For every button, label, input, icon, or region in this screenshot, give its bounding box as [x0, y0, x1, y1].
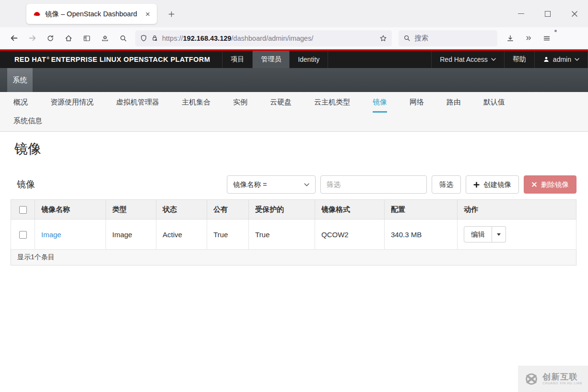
tab-project[interactable]: 项目: [222, 51, 252, 68]
chevron-down-icon: [575, 58, 579, 61]
tab-images[interactable]: 镜像: [373, 92, 387, 113]
hamburger-menu-icon[interactable]: [539, 31, 555, 46]
download-icon[interactable]: [502, 31, 518, 46]
help-label: 帮助: [513, 55, 526, 64]
window-controls: [507, 0, 588, 27]
brand-name: RED HAT: [14, 56, 46, 63]
tab-system[interactable]: 系统: [7, 68, 33, 92]
cell-status: Active: [156, 219, 207, 250]
row-select-cell: [11, 219, 35, 250]
user-menu[interactable]: admin: [534, 51, 588, 68]
redhat-access-menu[interactable]: Red Hat Access: [431, 51, 504, 68]
watermark-text: 创新互联 CHUANG XIN HU LIAN: [542, 373, 582, 385]
maximize-icon[interactable]: [534, 4, 561, 23]
watermark-subtitle: CHUANG XIN HU LIAN: [542, 381, 582, 385]
filter-controls: 镜像名称 = 筛选 创建镜像 删除镜像: [227, 175, 576, 194]
back-icon[interactable]: [6, 31, 22, 46]
help-menu[interactable]: 帮助: [504, 51, 534, 68]
brand-rest: ENTERPRISE LINUX OPENSTACK PLATFORM: [51, 56, 210, 63]
header-actions: 动作: [458, 200, 576, 219]
watermark-title: 创新互联: [542, 373, 582, 382]
table-toolbar: 镜像 镜像名称 = 筛选 创建镜像 删除镜像: [17, 175, 576, 194]
username-label: admin: [553, 56, 571, 63]
bookmark-star-icon[interactable]: [379, 35, 387, 42]
search-placeholder: 搜索: [414, 34, 428, 43]
row-checkbox[interactable]: [19, 231, 27, 239]
browser-tab[interactable]: 镜像 – OpenStack Dashboard ×: [26, 4, 157, 24]
tab-hypervisors[interactable]: 虚拟机管理器: [116, 92, 159, 113]
overflow-chevrons-icon[interactable]: [520, 31, 537, 46]
row-action-group: 编辑: [464, 226, 506, 242]
cell-public: True: [207, 219, 249, 250]
tab-resource-usage[interactable]: 资源使用情况: [50, 92, 94, 113]
header-type[interactable]: 类型: [106, 200, 156, 219]
row-count-label: 显示1个条目: [11, 250, 576, 265]
tab-close-icon[interactable]: ×: [143, 9, 152, 19]
header-format[interactable]: 镜像格式: [315, 200, 385, 219]
plus-icon: [473, 182, 480, 188]
tab-defaults[interactable]: 默认值: [483, 92, 505, 113]
filter-field-select[interactable]: 镜像名称 =: [227, 175, 316, 194]
osp-subheader: 系统: [0, 68, 588, 92]
images-table: 镜像名称 类型 状态 公有 受保护的 镜像格式 配置 动作 Image Imag…: [11, 199, 576, 265]
header-protected[interactable]: 受保护的: [249, 200, 315, 219]
new-tab-button[interactable]: [164, 7, 178, 21]
tab-host-aggregates[interactable]: 主机集合: [182, 92, 211, 113]
header-status[interactable]: 状态: [156, 200, 207, 219]
shield-icon[interactable]: [140, 35, 147, 42]
close-window-icon[interactable]: [561, 4, 588, 23]
url-host: 192.168.43.129: [183, 35, 232, 42]
create-image-button[interactable]: 创建镜像: [466, 175, 519, 194]
osp-header: RED HAT® ENTERPRISE LINUX OPENSTACK PLAT…: [0, 51, 588, 68]
osp-context-tabs: 项目 管理员 Identity: [222, 51, 328, 68]
search-icon[interactable]: [115, 31, 131, 46]
tab-flavors[interactable]: 云主机类型: [314, 92, 350, 113]
forward-icon[interactable]: [24, 31, 40, 46]
filter-field-value: 镜像名称 =: [233, 180, 304, 189]
tab-admin[interactable]: 管理员: [252, 51, 289, 68]
select-all-cell: [11, 200, 35, 219]
header-public[interactable]: 公有: [207, 200, 249, 219]
filter-button[interactable]: 筛选: [432, 175, 461, 194]
osp-header-right: Red Hat Access 帮助 admin: [431, 51, 588, 68]
section-title: 镜像: [17, 178, 35, 191]
search-magnifier-icon: [403, 35, 411, 42]
tab-identity[interactable]: Identity: [289, 51, 328, 68]
filter-input[interactable]: [320, 175, 427, 194]
chevron-down-icon: [304, 183, 309, 186]
padlock-warning-icon[interactable]: [151, 35, 158, 42]
image-link[interactable]: Image: [41, 231, 61, 239]
url-text: https://192.168.43.129/dashboard/admin/i…: [162, 35, 376, 42]
tab-volumes[interactable]: 云硬盘: [270, 92, 292, 113]
cell-type: Image: [106, 219, 156, 250]
cell-actions: 编辑: [458, 219, 576, 250]
tab-instances[interactable]: 实例: [233, 92, 247, 113]
header-name[interactable]: 镜像名称: [35, 200, 106, 219]
sidebar-icon[interactable]: [79, 31, 95, 46]
minimize-icon[interactable]: [507, 4, 534, 23]
redhat-favicon-icon: [33, 10, 41, 18]
edit-dropdown-toggle[interactable]: [492, 226, 506, 242]
edit-button[interactable]: 编辑: [464, 226, 492, 242]
tab-title: 镜像 – OpenStack Dashboard: [45, 10, 143, 19]
chevron-down-icon: [491, 58, 496, 61]
delete-image-button[interactable]: 删除镜像: [524, 175, 576, 194]
tab-overview[interactable]: 概况: [13, 92, 28, 113]
tab-routers[interactable]: 路由: [447, 92, 461, 113]
reload-icon[interactable]: [42, 31, 59, 46]
cell-protected: True: [249, 219, 315, 250]
search-field[interactable]: 搜索: [399, 30, 497, 46]
header-size[interactable]: 配置: [385, 200, 458, 219]
cell-format: QCOW2: [315, 219, 385, 250]
brand-reg-mark: ®: [47, 56, 49, 60]
url-bar[interactable]: https://192.168.43.129/dashboard/admin/i…: [135, 30, 392, 46]
tab-system-info[interactable]: 系统信息: [13, 113, 42, 131]
home-icon[interactable]: [60, 31, 77, 46]
brand-logo: RED HAT® ENTERPRISE LINUX OPENSTACK PLAT…: [0, 51, 222, 68]
bookmarks-star-tray-icon[interactable]: [97, 31, 113, 46]
delete-image-label: 删除镜像: [541, 180, 569, 189]
select-all-checkbox[interactable]: [19, 206, 27, 214]
table-footer-row: 显示1个条目: [11, 250, 576, 265]
tab-networks[interactable]: 网络: [410, 92, 424, 113]
horizon-tab-strip: 概况 资源使用情况 虚拟机管理器 主机集合 实例 云硬盘 云主机类型 镜像 网络…: [0, 92, 588, 132]
